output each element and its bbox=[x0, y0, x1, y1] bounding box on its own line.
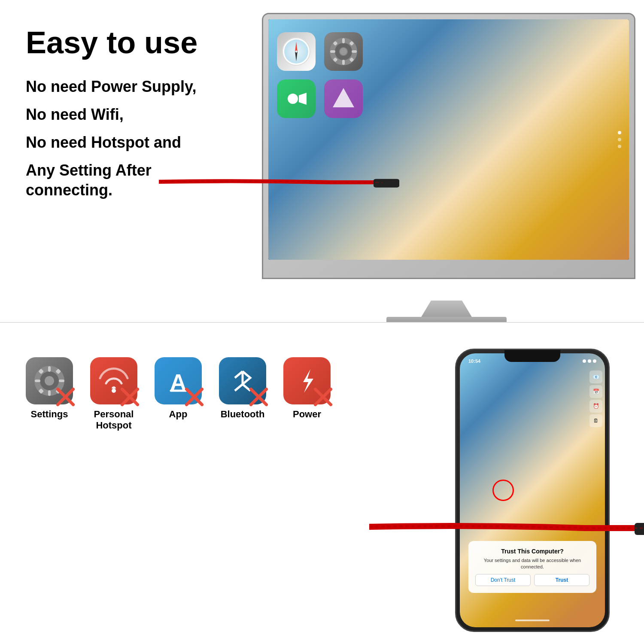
phone-status-bar: 10:54 bbox=[468, 358, 596, 364]
no-need-icons-container: Settings bbox=[26, 349, 326, 431]
text-panel: Easy to use No need Power Supply, No nee… bbox=[0, 0, 240, 322]
appstore-x-mark bbox=[185, 387, 204, 407]
bluetooth-wrapper bbox=[219, 357, 266, 404]
status-wifi bbox=[588, 359, 591, 363]
svg-rect-9 bbox=[330, 50, 335, 53]
phone-container: 10:54 📧 📅 ⏰ 🗓 bbox=[455, 349, 618, 641]
svg-rect-7 bbox=[342, 38, 345, 43]
trust-overlay: Trust This Computer? Your settings and d… bbox=[468, 541, 596, 593]
settings-wrapper bbox=[26, 357, 73, 404]
dont-trust-button[interactable]: Don't Trust bbox=[475, 574, 531, 586]
feature-line-2: No need Wifi, bbox=[26, 105, 219, 125]
svg-rect-10 bbox=[352, 50, 357, 53]
svg-point-16 bbox=[288, 94, 298, 104]
monitor-settings-icon bbox=[324, 32, 363, 71]
status-icons-right bbox=[583, 358, 596, 364]
settings-label: Settings bbox=[31, 409, 68, 420]
monitor-app-icons bbox=[277, 32, 363, 118]
no-need-power: Power bbox=[283, 357, 331, 420]
trust-buttons: Don't Trust Trust bbox=[475, 574, 589, 586]
trust-title: Trust This Computer? bbox=[475, 548, 589, 555]
phone-home-indicator bbox=[515, 620, 550, 621]
bluetooth-label: Bluetooth bbox=[221, 409, 265, 420]
svg-rect-24 bbox=[35, 380, 40, 382]
hotspot-label: PersonalHotspot bbox=[94, 409, 134, 431]
phone-right-mini-icons: 📧 📅 ⏰ 🗓 bbox=[589, 371, 602, 427]
cable-top bbox=[159, 176, 408, 193]
svg-marker-17 bbox=[299, 93, 307, 105]
power-x-mark bbox=[313, 387, 333, 407]
svg-point-32 bbox=[112, 389, 116, 393]
bluetooth-x-mark bbox=[249, 387, 268, 407]
no-need-bluetooth: Bluetooth bbox=[219, 357, 266, 420]
appstore-wrapper: A bbox=[155, 357, 202, 404]
phone-mini-icon-3: ⏰ bbox=[589, 400, 602, 413]
power-label: Power bbox=[293, 409, 321, 420]
svg-point-15 bbox=[340, 48, 347, 55]
status-signal bbox=[583, 359, 586, 363]
purple-app-icon bbox=[324, 79, 363, 118]
no-need-settings: Settings bbox=[26, 357, 73, 420]
trust-circle bbox=[492, 480, 514, 501]
safari-icon bbox=[277, 32, 316, 71]
phone-section: 10:54 📧 📅 ⏰ 🗓 bbox=[326, 349, 618, 641]
bottom-section: Settings bbox=[0, 322, 644, 644]
main-title: Easy to use bbox=[26, 26, 219, 60]
phone-mini-icon-4: 🗓 bbox=[589, 414, 602, 427]
hotspot-wrapper bbox=[90, 357, 137, 404]
no-need-hotspot: PersonalHotspot bbox=[90, 357, 137, 431]
phone-mini-icon-2: 📅 bbox=[589, 385, 602, 398]
phone-mini-icon-1: 📧 bbox=[589, 371, 602, 383]
svg-rect-44 bbox=[635, 523, 644, 535]
trust-body: Your settings and data will be accessibl… bbox=[475, 557, 589, 570]
top-section: Easy to use No need Power Supply, No nee… bbox=[0, 0, 644, 322]
hotspot-x-mark bbox=[120, 387, 140, 407]
monitor-container bbox=[258, 13, 635, 305]
monitor-section bbox=[240, 0, 644, 322]
status-battery bbox=[593, 359, 596, 363]
svg-rect-8 bbox=[342, 60, 345, 65]
monitor-screen-content bbox=[268, 19, 629, 260]
svg-rect-23 bbox=[48, 390, 51, 396]
phone-screen: 10:54 📧 📅 ⏰ 🗓 bbox=[460, 353, 605, 627]
status-time: 10:54 bbox=[468, 358, 480, 364]
svg-marker-41 bbox=[303, 369, 313, 393]
svg-rect-22 bbox=[48, 366, 51, 372]
svg-rect-25 bbox=[59, 380, 64, 382]
no-need-appstore: A App bbox=[155, 357, 202, 420]
feature-line-3: No need Hotspot and bbox=[26, 133, 219, 153]
monitor-screen bbox=[268, 19, 629, 260]
trust-button[interactable]: Trust bbox=[534, 574, 589, 586]
phone-frame: 10:54 📧 📅 ⏰ 🗓 bbox=[455, 349, 610, 632]
appstore-label: App bbox=[169, 409, 188, 420]
settings-x-mark bbox=[56, 387, 75, 407]
monitor-frame bbox=[262, 13, 635, 279]
facetime-icon bbox=[277, 79, 316, 118]
monitor-stand bbox=[421, 301, 472, 318]
power-wrapper bbox=[283, 357, 331, 404]
svg-rect-18 bbox=[374, 179, 399, 188]
svg-point-21 bbox=[45, 376, 54, 386]
feature-line-1: No need Power Supply, bbox=[26, 77, 219, 97]
